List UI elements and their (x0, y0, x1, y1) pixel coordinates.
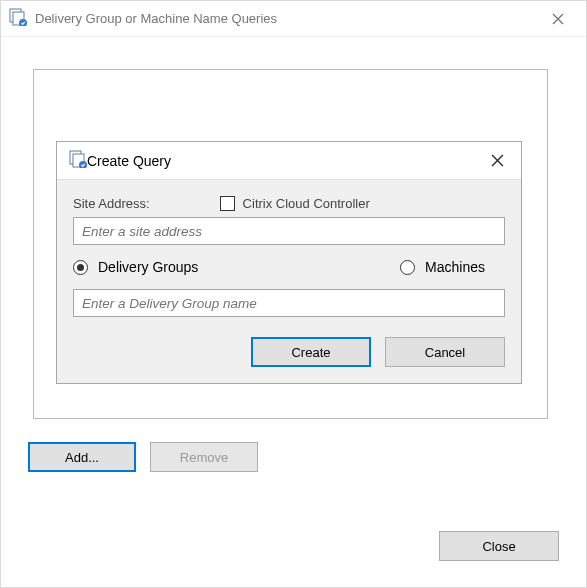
create-button[interactable]: Create (251, 337, 371, 367)
create-query-dialog: Create Query Site Address: Citrix Cloud … (56, 141, 522, 384)
dialog-buttons-row: Close (439, 531, 559, 561)
modal-body: Site Address: Citrix Cloud Controller De… (57, 180, 521, 383)
cloud-controller-checkbox[interactable] (220, 196, 235, 211)
main-window: Delivery Group or Machine Name Queries A… (0, 0, 587, 588)
modal-titlebar: Create Query (57, 142, 521, 180)
titlebar: Delivery Group or Machine Name Queries (1, 1, 586, 37)
add-button[interactable]: Add... (28, 442, 136, 472)
list-buttons-row: Add... Remove (28, 442, 258, 472)
close-icon (552, 13, 564, 25)
close-button[interactable]: Close (439, 531, 559, 561)
site-address-label: Site Address: (73, 196, 150, 211)
cancel-button[interactable]: Cancel (385, 337, 505, 367)
delivery-groups-radio[interactable] (73, 260, 88, 275)
modal-title: Create Query (87, 153, 171, 169)
machines-label: Machines (425, 259, 485, 275)
modal-close-button[interactable] (485, 149, 509, 173)
query-type-radios: Delivery Groups Machines (73, 259, 505, 275)
modal-icon (69, 150, 87, 171)
close-icon (491, 154, 504, 167)
window-close-button[interactable] (538, 5, 578, 33)
cloud-controller-label: Citrix Cloud Controller (243, 196, 370, 211)
app-icon (9, 8, 27, 29)
group-name-input[interactable] (73, 289, 505, 317)
site-address-input[interactable] (73, 217, 505, 245)
window-title: Delivery Group or Machine Name Queries (35, 11, 277, 26)
delivery-groups-label: Delivery Groups (98, 259, 198, 275)
machines-radio[interactable] (400, 260, 415, 275)
modal-buttons: Create Cancel (73, 337, 505, 367)
remove-button: Remove (150, 442, 258, 472)
